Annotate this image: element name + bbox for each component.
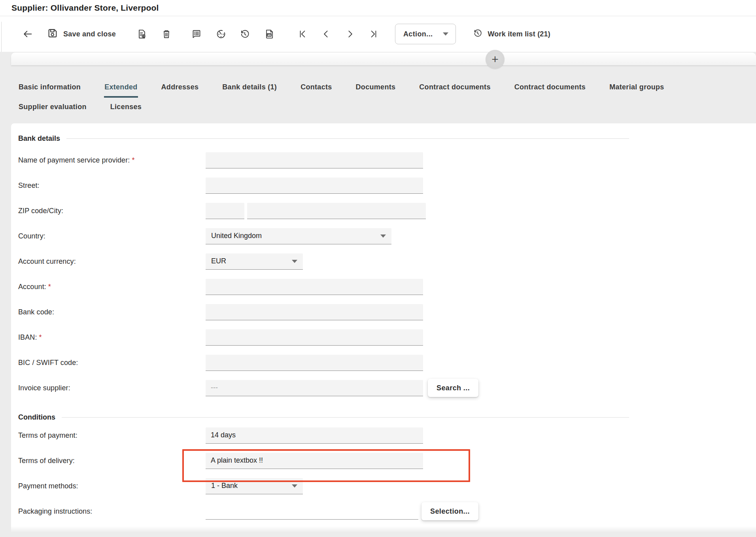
work-item-list-label: Work item list (21)	[488, 30, 550, 38]
new-document-button[interactable]	[135, 27, 149, 41]
city-input[interactable]	[247, 203, 426, 219]
tab-addresses[interactable]: Addresses	[161, 81, 199, 98]
tab-row-1: Basic informationExtendedAddressesBank d…	[18, 81, 746, 100]
account-currency-select[interactable]: EUR	[206, 253, 303, 270]
payment-methods-select[interactable]: 1 - Bank	[206, 478, 303, 494]
tab-extended[interactable]: Extended	[104, 81, 138, 98]
comment-list-icon	[191, 28, 202, 40]
save-and-close-button[interactable]: Save and close	[47, 27, 116, 41]
nav-first-button[interactable]	[295, 27, 310, 41]
tab-contract-documents[interactable]: Contract documents	[419, 81, 491, 98]
street-input[interactable]	[206, 178, 423, 194]
tab-contacts[interactable]: Contacts	[300, 81, 332, 98]
tab-supplier-evaluation[interactable]: Supplier evaluation	[18, 100, 87, 117]
section-header-bank-details: Bank details	[18, 133, 629, 144]
selected-value: 1 - Bank	[211, 482, 238, 490]
form-row-iban: IBAN:*	[18, 325, 756, 350]
clock-icon	[472, 28, 483, 40]
required-asterisk: *	[132, 156, 134, 164]
form-panel: Bank detailsName of payment service prov…	[11, 123, 756, 532]
required-asterisk: *	[48, 283, 51, 291]
form-row-street: Street:	[18, 173, 756, 198]
history-button[interactable]	[238, 27, 252, 41]
field-label-bank-code: Bank code:	[18, 308, 206, 316]
tab-licenses[interactable]: Licenses	[110, 100, 142, 117]
field-label-zip-city: ZIP code/City:	[18, 207, 206, 215]
iban-input[interactable]	[206, 329, 423, 346]
action-dropdown-label: Action...	[403, 30, 433, 38]
form-row-terms-of-delivery: Terms of delivery:	[18, 448, 756, 473]
zip-code-input[interactable]	[206, 203, 244, 219]
selected-value: EUR	[211, 257, 226, 265]
field-label-account-currency: Account currency:	[18, 257, 206, 266]
back-button[interactable]	[21, 27, 35, 41]
form-row-country: Country:United Kingdom	[18, 223, 756, 249]
work-item-list-button[interactable]: Work item list (21)	[472, 28, 550, 40]
left-edge-divider	[1, 22, 2, 52]
svg-text:PDF: PDF	[267, 34, 271, 36]
expand-plus-button[interactable]: +	[486, 50, 505, 69]
tab-contract-documents[interactable]: Contract documents	[514, 81, 586, 98]
field-label-street: Street:	[18, 182, 206, 190]
chevron-left-icon	[321, 29, 331, 39]
delete-button[interactable]	[159, 27, 174, 41]
field-label-invoice-supplier: Invoice supplier:	[18, 384, 206, 392]
payment-service-provider-input[interactable]	[206, 152, 423, 168]
form-row-terms-of-payment: Terms of payment:	[18, 423, 756, 448]
account-input[interactable]	[206, 279, 423, 295]
tab-documents[interactable]: Documents	[355, 81, 396, 98]
chevron-down-icon	[292, 260, 297, 263]
first-page-icon	[297, 29, 308, 39]
form-row-zip-city: ZIP code/City:	[18, 198, 756, 223]
field-label-payment-service-provider: Name of payment service provider:*	[18, 156, 206, 165]
tab-bank-details-1-[interactable]: Bank details (1)	[222, 81, 277, 98]
field-label-account: Account:*	[18, 283, 206, 291]
page-title: Supplier: Ollivander Store, Liverpool	[11, 3, 159, 13]
window-title-bar: Supplier: Ollivander Store, Liverpool	[0, 0, 756, 16]
tab-material-groups[interactable]: Material groups	[609, 81, 665, 98]
collapsed-panel-strip	[11, 53, 756, 65]
field-label-iban: IBAN:*	[18, 333, 206, 342]
pdf-export-button[interactable]: PDF	[262, 27, 276, 41]
form-row-bic-swift: BIC / SWIFT code:	[18, 350, 756, 375]
form-row-invoice-supplier: Invoice supplier:Search ...	[18, 375, 756, 401]
bank-code-input[interactable]	[206, 304, 423, 320]
form-row-account: Account:*	[18, 274, 756, 299]
terms-of-delivery-input[interactable]	[206, 453, 423, 469]
comments-button[interactable]	[189, 27, 204, 41]
form-row-bank-code: Bank code:	[18, 299, 756, 325]
bic-swift-input[interactable]	[206, 355, 423, 371]
selected-value: United Kingdom	[211, 232, 262, 240]
gauge-button[interactable]	[214, 27, 228, 41]
arrow-left-icon	[22, 28, 33, 40]
field-label-terms-of-payment: Terms of payment:	[18, 431, 206, 440]
chevron-down-icon	[443, 32, 448, 36]
required-asterisk: *	[39, 333, 42, 341]
packaging-instructions-selection-button[interactable]: Selection...	[421, 502, 478, 520]
chevron-down-icon	[292, 484, 297, 488]
last-page-icon	[369, 29, 379, 39]
invoice-supplier-input[interactable]	[206, 380, 423, 396]
country-select[interactable]: United Kingdom	[206, 228, 391, 244]
terms-of-payment-input[interactable]	[206, 427, 423, 444]
nav-prev-button[interactable]	[319, 27, 333, 41]
invoice-supplier-search-button[interactable]: Search ...	[428, 379, 478, 397]
tab-basic-information[interactable]: Basic information	[18, 81, 81, 98]
tab-bar: Basic informationExtendedAddressesBank d…	[18, 81, 746, 120]
document-add-icon	[136, 28, 147, 40]
packaging-instructions-input[interactable]	[206, 503, 418, 520]
field-label-country: Country:	[18, 232, 206, 240]
save-and-close-label: Save and close	[63, 30, 116, 38]
section-title: Bank details	[18, 134, 60, 143]
form-row-payment-service-provider: Name of payment service provider:*	[18, 147, 756, 173]
panel-bottom-fade	[11, 526, 756, 532]
section-header-conditions: Conditions	[18, 412, 629, 423]
nav-next-button[interactable]	[343, 27, 357, 41]
section-rule	[62, 417, 629, 418]
chevron-right-icon	[345, 29, 355, 39]
action-dropdown[interactable]: Action...	[395, 24, 456, 44]
gauge-icon	[215, 28, 227, 40]
nav-last-button[interactable]	[367, 27, 381, 41]
save-icon	[47, 27, 59, 41]
field-label-bic-swift: BIC / SWIFT code:	[18, 359, 206, 367]
